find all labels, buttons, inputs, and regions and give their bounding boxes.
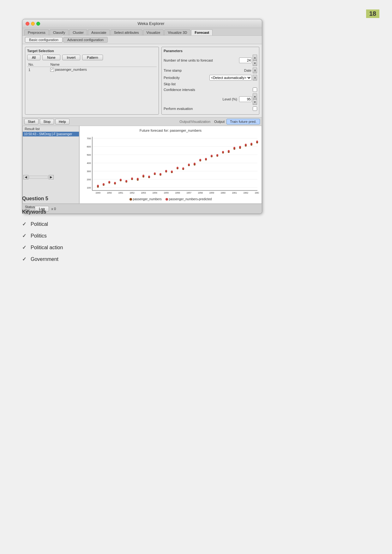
- param-level-label: Level (%): [164, 97, 239, 101]
- ts-pattern-button[interactable]: Pattern: [82, 55, 103, 60]
- svg-text:300: 300: [87, 170, 91, 173]
- svg-point-76: [188, 164, 190, 166]
- check-icon-2: ✓: [22, 233, 26, 239]
- tab-visualize-3d[interactable]: Visualize 3D: [164, 29, 190, 35]
- result-list-scroll: ◀ ▶: [23, 174, 79, 180]
- param-perform-eval-label: Perform evaluation: [164, 107, 253, 111]
- svg-point-81: [216, 154, 218, 156]
- param-timestamp: Time stamp Date ⬆: [164, 68, 257, 73]
- list-item: ✓ Political: [22, 221, 243, 227]
- date-label: Date: [244, 69, 251, 72]
- scroll-right-button[interactable]: ▶: [49, 175, 54, 179]
- param-timestamp-label: Time stamp: [164, 69, 244, 72]
- svg-point-67: [137, 178, 139, 180]
- ts-all-button[interactable]: All: [27, 55, 40, 60]
- output-label: Output: [214, 120, 225, 123]
- keyword-political: Political: [31, 221, 48, 227]
- tab-select-attributes[interactable]: Select attributes: [111, 29, 142, 35]
- spinner-up[interactable]: ▲: [253, 55, 257, 60]
- result-item[interactable]: 10:50:43 - SMOreg [-F [passenger: [23, 132, 79, 136]
- row-checkbox[interactable]: [50, 68, 54, 72]
- check-icon-4: ✓: [22, 256, 26, 262]
- svg-point-70: [154, 172, 156, 174]
- svg-point-80: [211, 155, 213, 157]
- level-spinner-down[interactable]: ▼: [253, 99, 257, 105]
- list-item: ✓ Politics: [22, 233, 243, 239]
- svg-point-75: [182, 167, 184, 169]
- weka-titlebar: Weka Explorer: [22, 19, 262, 28]
- param-skip-list: Skip list: [164, 82, 257, 86]
- close-button[interactable]: [26, 22, 29, 26]
- question-section: Question 5 Keywords ✓ Political ✓ Politi…: [22, 196, 243, 268]
- output-visualization-label: Output/Visualization: [71, 120, 212, 123]
- list-item: ✓ Government: [22, 256, 243, 262]
- minimize-button[interactable]: [31, 22, 35, 26]
- row-name-text: passenger_numbers: [55, 68, 87, 71]
- svg-text:1958: 1958: [198, 192, 203, 194]
- keyword-list: ✓ Political ✓ Politics ✓ Political actio…: [22, 221, 243, 262]
- periodicity-spinner[interactable]: ⬆: [253, 75, 257, 81]
- ts-none-button[interactable]: None: [42, 55, 60, 60]
- svg-point-73: [171, 171, 173, 172]
- svg-text:1961: 1961: [232, 192, 237, 194]
- help-button[interactable]: Help: [55, 119, 69, 124]
- weka-title: Weka Explorer: [43, 21, 259, 26]
- subtab-advanced[interactable]: Advanced configuration: [63, 37, 108, 43]
- param-level: Level (%) ▲ ▼: [164, 93, 257, 105]
- level-spinner-up[interactable]: ▲: [253, 93, 257, 99]
- maximize-button[interactable]: [36, 22, 40, 26]
- svg-text:1963: 1963: [255, 192, 259, 194]
- svg-point-88: [256, 141, 258, 142]
- weka-tabs: Preprocess Classify Cluster Associate Se…: [22, 28, 262, 36]
- col-name: Name: [49, 62, 157, 67]
- confidence-checkbox[interactable]: [253, 87, 257, 92]
- scroll-left-button[interactable]: ◀: [23, 175, 28, 179]
- table-row: 1 passenger_numbers: [27, 67, 157, 73]
- stop-button[interactable]: Stop: [40, 119, 54, 124]
- param-periodicity-value: <Detect automatically> ⬆: [209, 75, 257, 81]
- periodicity-select[interactable]: <Detect automatically>: [209, 75, 252, 81]
- svg-text:1956: 1956: [175, 192, 180, 194]
- svg-point-82: [222, 151, 224, 153]
- tab-classify[interactable]: Classify: [50, 29, 69, 35]
- svg-text:1959: 1959: [209, 192, 214, 194]
- param-forecast-units-label: Number of time units to forecast: [164, 58, 239, 62]
- param-confidence: Confidence intervals: [164, 87, 257, 92]
- perform-eval-checkbox[interactable]: [253, 106, 257, 111]
- level-input[interactable]: [239, 96, 252, 102]
- svg-text:1953: 1953: [141, 192, 146, 194]
- svg-text:400: 400: [87, 162, 91, 165]
- chart-container: 700 600 500 400 300 200 100: [82, 134, 259, 197]
- question-title: Question 5: [22, 196, 243, 202]
- svg-point-84: [233, 147, 235, 149]
- subtab-basic[interactable]: Basic configuration: [25, 37, 63, 43]
- timestamp-spinner[interactable]: ⬆: [253, 68, 257, 73]
- svg-point-64: [120, 179, 122, 181]
- keyword-political-action: Political action: [31, 245, 63, 250]
- svg-point-63: [114, 182, 116, 184]
- tab-cluster[interactable]: Cluster: [69, 29, 87, 35]
- ts-buttons: All None Invert Pattern: [27, 55, 157, 60]
- svg-text:200: 200: [87, 178, 91, 181]
- param-level-value: ▲ ▼: [239, 93, 257, 105]
- param-periodicity-label: Periodicity: [164, 76, 209, 80]
- tab-visualize[interactable]: Visualize: [143, 29, 164, 35]
- param-forecast-units-value: ▲ ▼: [239, 55, 257, 66]
- output-tab-train[interactable]: Train future pred.: [226, 119, 260, 124]
- output-tabs: Train future pred.: [226, 119, 260, 124]
- svg-point-85: [239, 146, 241, 148]
- weka-main-content: Target Selection All None Invert Pattern…: [22, 44, 262, 117]
- keyword-politics: Politics: [31, 233, 47, 239]
- row-number: 1: [27, 67, 49, 73]
- target-selection-title: Target Selection: [27, 49, 157, 53]
- svg-text:1954: 1954: [152, 192, 157, 194]
- keywords-title: Keywords: [22, 209, 243, 215]
- spinner-down[interactable]: ▼: [253, 60, 257, 66]
- tab-preprocess[interactable]: Preprocess: [24, 29, 49, 35]
- start-button[interactable]: Start: [24, 119, 39, 124]
- tab-associate[interactable]: Associate: [88, 29, 110, 35]
- check-icon-3: ✓: [22, 244, 26, 250]
- ts-invert-button[interactable]: Invert: [62, 55, 81, 60]
- tab-forecast[interactable]: Forecast: [191, 29, 213, 35]
- forecast-units-input[interactable]: [239, 57, 252, 63]
